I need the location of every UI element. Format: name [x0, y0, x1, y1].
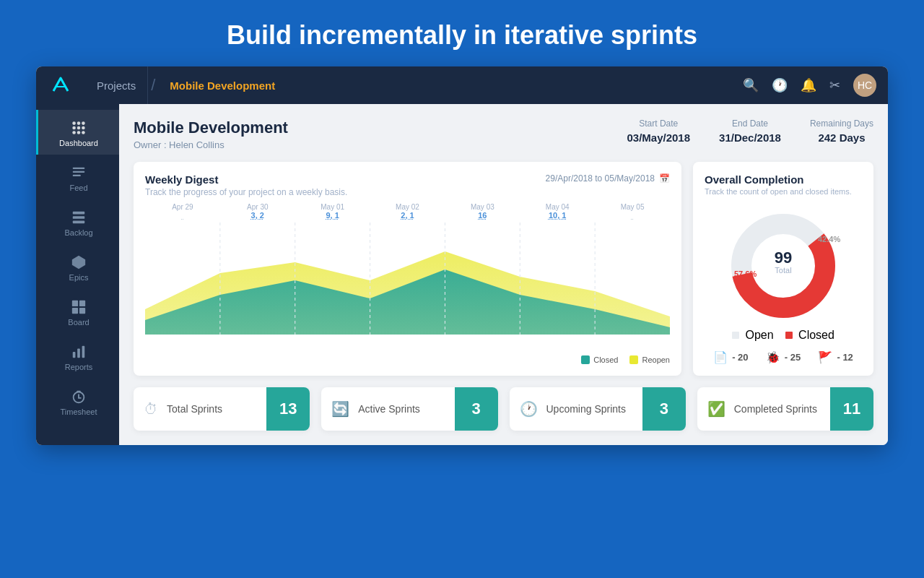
digest-title: Weekly Digest [145, 173, 347, 186]
chart-day-3: May 02 2, 1 [370, 203, 445, 220]
weekly-digest-card: Weekly Digest Track the progress of your… [134, 162, 681, 376]
closed-legend-item: Closed [785, 329, 834, 342]
project-header: Mobile Development Owner : Helen Collins… [134, 118, 873, 150]
app-logo[interactable] [48, 72, 74, 98]
reopen-dot [629, 355, 638, 364]
active-sprints-value: 3 [455, 387, 498, 431]
total-count: 99 [775, 250, 792, 266]
completion-legend: Open Closed [705, 329, 862, 342]
remaining-label: Remaining Days [810, 118, 873, 129]
svg-text:57.6%: 57.6% [734, 269, 757, 278]
search-icon[interactable]: 🔍 [743, 77, 759, 93]
chart-area: Apr 29 Apr 30 3, 2 May 01 9, 1 [145, 203, 670, 364]
card-header: Weekly Digest Track the progress of your… [145, 173, 670, 197]
end-date-value: 31/Dec/2018 [719, 131, 781, 144]
remaining-value: 242 Days [818, 131, 865, 144]
content-area: Mobile Development Owner : Helen Collins… [119, 104, 888, 445]
project-dates: Start Date 03/May/2018 End Date 31/Dec/2… [627, 118, 873, 144]
total-label: Total [775, 266, 792, 275]
completed-sprints-card[interactable]: ✅ Completed Sprints 11 [697, 387, 873, 431]
project-info: Mobile Development Owner : Helen Collins [134, 118, 627, 150]
sidebar-item-board[interactable]: Board [36, 289, 119, 334]
upcoming-sprints-info: 🕐 Upcoming Sprints [510, 400, 642, 418]
stat-flags-value: - 12 [837, 352, 853, 363]
completion-subtitle: Track the count of open and closed items… [705, 187, 862, 196]
start-date-block: Start Date 03/May/2018 [627, 118, 690, 144]
stat-docs: 📄 - 20 [713, 350, 748, 364]
app-container: Projects / Mobile Development 🔍 🕐 🔔 ✂ HC [36, 66, 888, 445]
svg-rect-10 [73, 171, 85, 173]
breadcrumb-separator: / [151, 77, 155, 93]
svg-rect-18 [79, 308, 85, 314]
legend-reopen: Reopen [629, 355, 670, 364]
upcoming-sprints-label: Upcoming Sprints [546, 403, 627, 415]
svg-point-4 [77, 126, 81, 130]
stat-bugs-value: - 25 [785, 352, 801, 363]
sidebar-item-dashboard[interactable]: Dashboard [36, 110, 119, 155]
completed-sprints-icon: ✅ [707, 400, 725, 418]
sidebar-item-label: Timesheet [61, 407, 97, 416]
total-sprints-label: Total Sprints [167, 403, 222, 415]
svg-rect-17 [72, 308, 78, 314]
active-sprints-label: Active Sprints [358, 403, 420, 415]
svg-point-6 [72, 131, 76, 134]
settings-icon[interactable]: ✂ [829, 77, 840, 93]
chart-legend: Closed Reopen [145, 355, 670, 364]
svg-rect-14 [73, 221, 85, 224]
legend-closed: Closed [581, 355, 618, 364]
nav-projects[interactable]: Projects [85, 66, 148, 104]
upcoming-sprints-card[interactable]: 🕐 Upcoming Sprints 3 [510, 387, 686, 431]
sidebar-item-reports[interactable]: Reports [36, 334, 119, 379]
chart-day-5: May 04 10, 1 [520, 203, 595, 220]
open-square [732, 332, 739, 339]
project-owner: Owner : Helen Collins [134, 139, 627, 150]
sidebar-item-label: Dashboard [59, 139, 98, 147]
total-sprints-value: 13 [266, 387, 310, 431]
svg-point-5 [82, 126, 85, 130]
chart-svg [145, 223, 670, 350]
svg-rect-11 [73, 175, 81, 176]
sidebar-item-feed[interactable]: Feed [36, 155, 119, 199]
main-layout: Dashboard Feed Backlog [36, 104, 888, 445]
active-sprints-card[interactable]: 🔄 Active Sprints 3 [321, 387, 497, 431]
sidebar-item-backlog[interactable]: Backlog [36, 199, 119, 244]
end-date-block: End Date 31/Dec/2018 [719, 118, 781, 144]
sidebar-item-label: Feed [69, 184, 87, 192]
notifications-icon[interactable]: 🔔 [801, 77, 816, 93]
stat-docs-value: - 20 [732, 352, 748, 363]
active-sprints-icon: 🔄 [331, 400, 349, 418]
svg-rect-20 [77, 348, 80, 358]
sidebar-item-label: Backlog [64, 228, 92, 237]
digest-subtitle: Track the progress of your project on a … [145, 187, 347, 197]
upcoming-sprints-value: 3 [642, 387, 686, 431]
sidebar-item-epics[interactable]: Epics [36, 244, 119, 289]
svg-rect-19 [73, 352, 76, 358]
svg-rect-23 [77, 391, 81, 392]
middle-row: Weekly Digest Track the progress of your… [134, 162, 873, 376]
completed-sprints-value: 11 [830, 387, 873, 431]
open-label: Open [746, 329, 774, 341]
stat-bugs: 🐞 - 25 [766, 350, 801, 364]
completed-sprints-info: ✅ Completed Sprints [697, 400, 830, 418]
nav-current-project[interactable]: Mobile Development [158, 66, 287, 104]
chart-day-2: May 01 9, 1 [295, 203, 370, 220]
svg-rect-13 [73, 216, 85, 219]
date-range-text: 29/Apr/2018 to 05/May/2018 [546, 173, 655, 184]
end-date-label: End Date [732, 118, 768, 129]
total-sprints-card[interactable]: ⏱ Total Sprints 13 [134, 387, 310, 431]
start-date-value: 03/May/2018 [627, 131, 690, 144]
svg-point-8 [82, 131, 85, 134]
donut-container: 57.6% 42.4% 99 Total [705, 204, 862, 320]
sidebar: Dashboard Feed Backlog [36, 104, 119, 445]
sidebar-item-timesheet[interactable]: Timesheet [36, 379, 119, 423]
upcoming-sprints-icon: 🕐 [520, 400, 538, 418]
user-avatar[interactable]: HC [853, 74, 876, 97]
history-icon[interactable]: 🕐 [772, 77, 788, 93]
date-range: 29/Apr/2018 to 05/May/2018 📅 [546, 173, 670, 184]
chart-day-4: May 03 16 [445, 203, 520, 220]
sprint-stats: ⏱ Total Sprints 13 🔄 Active Sprints 3 [134, 387, 873, 431]
calendar-icon[interactable]: 📅 [659, 173, 670, 184]
svg-point-0 [72, 121, 76, 125]
svg-point-2 [82, 121, 85, 125]
docs-icon: 📄 [713, 350, 728, 364]
